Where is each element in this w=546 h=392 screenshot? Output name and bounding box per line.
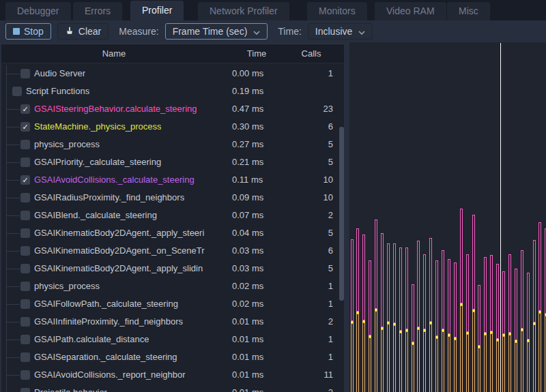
row-checkbox[interactable] — [20, 370, 30, 380]
graph-bar-magenta-segment — [466, 254, 469, 332]
table-row[interactable]: Script Functions0.19 ms — [1, 82, 344, 100]
graph-bar-magenta-segment — [399, 247, 402, 331]
row-checkbox[interactable] — [20, 282, 30, 291]
tab-misc[interactable]: Misc — [447, 2, 490, 20]
table-row[interactable]: ✓GSAIAvoidCollisions._calculate_steering… — [1, 171, 344, 189]
table-row[interactable]: GSAIInfiniteProximity._find_neighbors0.0… — [1, 313, 344, 331]
tree-guide-stub — [6, 198, 20, 198]
row-time: 0.07 ms — [232, 207, 263, 224]
tree-guide-stub — [6, 109, 20, 110]
row-checkbox[interactable] — [20, 246, 30, 256]
row-checkbox[interactable] — [20, 193, 30, 202]
row-checkbox[interactable] — [20, 211, 30, 220]
tab-profiler[interactable]: Profiler — [130, 1, 184, 20]
graph-bar-orange-segment — [356, 314, 359, 392]
row-time: 0.02 ms — [232, 295, 263, 313]
clear-button[interactable]: Clear — [57, 23, 109, 40]
row-checkbox[interactable] — [20, 228, 30, 238]
profiler-toolbar: Stop Clear Measure: Frame Time (sec) Tim… — [0, 20, 546, 42]
row-time: 0.09 ms — [232, 189, 263, 207]
graph-bar-magenta-segment — [381, 233, 384, 327]
table-row[interactable]: GSAIFollowPath._calculate_steering0.02 m… — [1, 295, 344, 313]
column-header-calls[interactable]: Calls — [287, 44, 336, 63]
measure-label: Measure: — [119, 26, 158, 37]
graph-bar-magenta-segment — [423, 254, 426, 329]
table-row[interactable]: ✓StateMachine._physics_process0.30 ms6 — [1, 118, 344, 136]
row-checkbox[interactable]: ✓ — [20, 104, 30, 114]
table-row[interactable]: ✓GSAISteeringBehavior.calculate_steering… — [1, 100, 344, 118]
table-row[interactable]: Audio Server0.00 ms1 — [1, 65, 344, 82]
graph-bar-orange-segment — [381, 329, 384, 392]
row-checkbox[interactable] — [20, 299, 30, 309]
row-checkbox[interactable] — [20, 157, 30, 167]
row-checkbox[interactable]: ✓ — [20, 175, 30, 185]
row-checkbox[interactable] — [20, 264, 30, 273]
table-row[interactable]: GSAIKinematicBody2DAgent._apply_slidin0.… — [1, 260, 344, 277]
graph-bar-magenta-segment — [484, 257, 487, 333]
graph-bar-magenta-segment — [393, 243, 396, 323]
graph-bar-orange-segment — [393, 325, 396, 392]
row-name: Projectile.behavior — [34, 384, 107, 392]
tree-guide-stub — [6, 162, 20, 163]
table-row[interactable]: GSAIKinematicBody2DAgent._on_SceneTr0.03… — [1, 242, 344, 260]
profiler-content: Name Time Calls Audio Server0.00 ms1Scri… — [0, 42, 546, 392]
row-checkbox[interactable] — [20, 352, 30, 362]
row-calls: 23 — [324, 100, 333, 118]
row-name: StateMachine._physics_process — [34, 118, 161, 136]
graph-bar-orange-segment — [472, 312, 475, 392]
graph-bar-orange-segment — [351, 323, 354, 392]
graph-bar-orange-segment — [478, 348, 480, 392]
row-checkbox[interactable] — [20, 335, 30, 344]
table-row[interactable]: GSAISeparation._calculate_steering0.01 m… — [1, 348, 344, 366]
frame-time-graph[interactable] — [349, 42, 546, 392]
tab-monitors[interactable]: Monitors — [307, 2, 367, 20]
graph-bar-magenta-segment — [496, 264, 499, 339]
row-checkbox[interactable] — [20, 317, 30, 327]
row-calls: 2 — [328, 313, 333, 331]
table-row[interactable]: GSAIPath.calculate_distance0.01 ms1 — [1, 331, 344, 348]
vertical-scrollbar-thumb[interactable] — [339, 127, 344, 301]
row-name: GSAIPriority._calculate_steering — [34, 153, 161, 171]
graph-bar-magenta-segment — [472, 215, 475, 310]
graph-bar-orange-segment — [454, 340, 457, 392]
graph-bar-magenta-segment — [538, 222, 541, 311]
table-row[interactable]: GSAIPriority._calculate_steering0.21 ms5 — [1, 153, 344, 171]
row-name: GSAIKinematicBody2DAgent._on_SceneTr — [34, 242, 205, 260]
row-calls: 1 — [328, 295, 333, 313]
row-name: GSAISteeringBehavior.calculate_steering — [34, 100, 197, 118]
tree-guide-stub — [6, 269, 20, 269]
row-calls: 6 — [328, 242, 333, 260]
row-time: 0.11 ms — [232, 171, 263, 189]
row-checkbox[interactable] — [20, 140, 30, 149]
row-time: 0.27 ms — [232, 136, 263, 153]
table-row[interactable]: GSAIAvoidCollisions._report_neighbor0.01… — [1, 366, 344, 384]
graph-bar-magenta-segment — [375, 220, 377, 309]
table-row[interactable]: physics_process0.27 ms5 — [1, 136, 344, 153]
tab-network-profiler[interactable]: Network Profiler — [198, 2, 289, 20]
row-checkbox[interactable]: ✓ — [20, 122, 30, 132]
tree-guide-stub — [6, 180, 20, 181]
row-name: Script Functions — [26, 82, 89, 100]
column-header-time[interactable]: Time — [227, 44, 287, 63]
tab-errors[interactable]: Errors — [73, 2, 122, 20]
column-header-name[interactable]: Name — [1, 44, 227, 63]
time-dropdown[interactable]: Inclusive — [308, 23, 373, 40]
row-checkbox[interactable] — [20, 388, 30, 392]
chevron-down-icon — [358, 26, 365, 37]
tree-guide-stub — [6, 145, 20, 145]
table-row[interactable]: GSAIKinematicBody2DAgent._apply_steeri0.… — [1, 224, 344, 242]
tree-guide-stub — [6, 251, 20, 252]
stop-icon — [13, 28, 20, 35]
table-row[interactable]: physics_process0.02 ms1 — [1, 277, 344, 295]
table-row[interactable]: Projectile.behavior0.01 ms2 — [1, 384, 344, 392]
table-row[interactable]: GSAIRadiusProximity._find_neighbors0.09 … — [1, 189, 344, 207]
table-row[interactable]: GSAIBlend._calculate_steering0.07 ms2 — [1, 207, 344, 224]
tab-debugger[interactable]: Debugger — [5, 2, 71, 20]
measure-dropdown[interactable]: Frame Time (sec) — [165, 23, 268, 40]
row-checkbox[interactable] — [12, 87, 22, 96]
row-checkbox[interactable] — [20, 69, 30, 78]
stop-button[interactable]: Stop — [5, 23, 51, 40]
tab-video-ram[interactable]: Video RAM — [375, 2, 446, 20]
row-name: physics_process — [34, 277, 100, 295]
graph-bar-orange-segment — [429, 324, 432, 392]
